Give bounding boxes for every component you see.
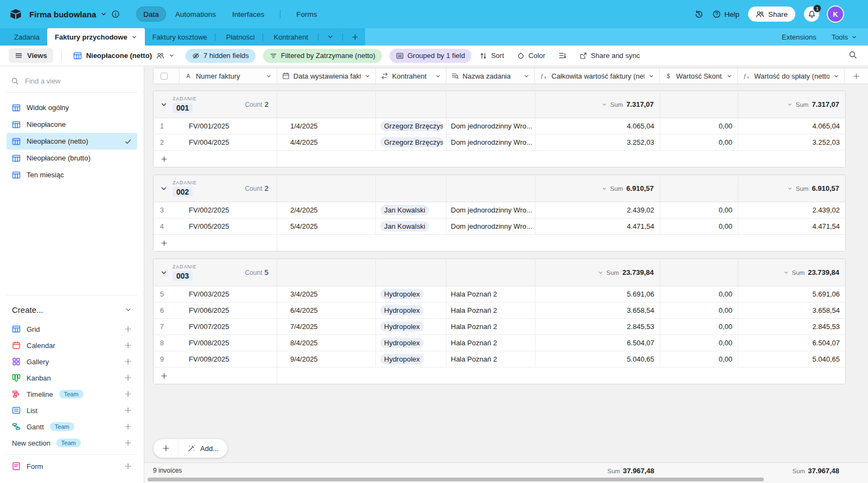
cell-discount-value[interactable]: 0,00 <box>660 202 738 218</box>
cell-amount-due[interactable]: 5.040,65 <box>738 351 845 367</box>
cell-discount-value[interactable]: 0,00 <box>660 218 738 234</box>
create-section-header[interactable]: Create... <box>7 299 137 321</box>
cell-amount-due[interactable]: 3.658,54 <box>738 302 845 318</box>
chevron-down-icon[interactable] <box>125 306 132 313</box>
airtable-logo-icon[interactable] <box>9 8 23 21</box>
cell-invoice-date[interactable]: 4/4/2025 <box>277 134 376 150</box>
plus-icon[interactable] <box>124 439 132 447</box>
sort-button[interactable]: Sort <box>475 51 509 60</box>
add-record-row[interactable] <box>154 151 845 167</box>
table-tab[interactable]: Kontrahent <box>263 28 316 46</box>
create-view-item[interactable]: New section Team <box>7 435 137 451</box>
cell-discount-value[interactable]: 0,00 <box>660 134 738 150</box>
cell-contractor[interactable]: Grzegorz Brzęczysz <box>376 134 446 150</box>
column-header[interactable]: $ Wartość Skont... <box>660 68 738 83</box>
create-view-item[interactable]: Timeline Team <box>7 386 137 402</box>
add-record-row[interactable] <box>154 235 845 251</box>
cell-contractor[interactable]: Hydropolex <box>376 286 446 302</box>
add-with-ai-button[interactable]: Add... <box>178 445 227 453</box>
filter-button[interactable]: Filtered by Zatrzymane (netto) <box>263 49 382 63</box>
column-header[interactable]: Data wystawienia faktury <box>277 68 376 83</box>
create-view-item-form[interactable]: Form <box>7 458 137 474</box>
table-row[interactable]: 9 FV/009/2025 9/4/2025 Hydropolex Hala P… <box>154 351 845 368</box>
cell-task-name[interactable]: Hala Poznań 2 <box>446 286 535 302</box>
cell-discount-value[interactable]: 0,00 <box>660 302 738 318</box>
cell-amount-due[interactable]: 5.691,06 <box>738 286 845 302</box>
plus-icon[interactable] <box>124 390 132 398</box>
cell-task-name[interactable]: Hala Poznań 2 <box>446 302 535 318</box>
table-row[interactable]: 7 FV/007/2025 7/4/2025 Hydropolex Hala P… <box>154 319 845 335</box>
cell-invoice-date[interactable]: 3/4/2025 <box>277 286 376 302</box>
topnav-item[interactable]: Automations <box>168 7 223 22</box>
cell-amount-due[interactable]: 3.252,03 <box>738 134 845 150</box>
select-all-checkbox[interactable] <box>161 73 168 80</box>
help-button[interactable]: Help <box>712 10 739 18</box>
cell-amount-due[interactable]: 4.471,54 <box>738 218 845 234</box>
base-chevron-down-icon[interactable] <box>100 11 107 17</box>
cell-total-net[interactable]: 5.040,65 <box>535 351 660 367</box>
plus-icon[interactable] <box>124 462 132 470</box>
cell-task-name[interactable]: Dom jednorodzinny Wro... <box>446 202 535 218</box>
plus-icon[interactable] <box>124 374 132 382</box>
create-view-item[interactable]: Calendar <box>7 337 137 353</box>
cell-invoice-number[interactable]: FV/009/2025 <box>180 351 277 367</box>
table-tab[interactable]: Płatności <box>215 28 263 46</box>
table-row[interactable]: 3 FV/002/2025 2/4/2025 Jan Kowalski Dom … <box>154 202 845 218</box>
add-record-cell[interactable] <box>154 151 277 167</box>
cell-discount-value[interactable]: 0,00 <box>660 118 738 134</box>
cell-task-name[interactable]: Dom jednorodzinny Wro... <box>446 118 535 134</box>
cell-contractor[interactable]: Jan Kowalski <box>376 218 446 234</box>
column-header[interactable]: fx Całkowita wartość faktury (net... <box>535 68 660 83</box>
cell-total-net[interactable]: 3.252,03 <box>535 134 660 150</box>
cell-contractor[interactable]: Hydropolex <box>376 319 446 334</box>
table-tab[interactable]: Faktury przychodowe <box>47 28 145 46</box>
search-button[interactable] <box>846 50 859 61</box>
cell-task-name[interactable]: Dom jednorodzinny Wro... <box>446 134 535 150</box>
share-sync-button[interactable]: Share and sync <box>575 51 644 60</box>
column-header[interactable]: fx Wartość do spłaty (netto) <box>738 68 845 83</box>
cell-invoice-number[interactable]: FV/002/2025 <box>180 202 277 218</box>
collapse-group-icon[interactable] <box>160 101 168 108</box>
sidebar-view-item[interactable]: Ten miesiąc <box>7 166 137 183</box>
cell-total-net[interactable]: 4.065,04 <box>535 118 660 134</box>
cell-invoice-date[interactable]: 5/4/2025 <box>277 218 376 234</box>
extensions-button[interactable]: Extensions <box>782 33 816 41</box>
chevron-down-icon[interactable] <box>131 34 137 40</box>
cell-contractor[interactable]: Hydropolex <box>376 335 446 351</box>
group-sum-due[interactable]: Sum 7.317,07 <box>738 91 845 118</box>
create-view-item[interactable]: Grid <box>7 321 137 337</box>
table-row[interactable]: 2 FV/004/2025 4/4/2025 Grzegorz Brzęczys… <box>154 134 845 151</box>
chevron-down-icon[interactable] <box>648 73 654 79</box>
color-button[interactable]: Color <box>512 51 550 60</box>
cell-discount-value[interactable]: 0,00 <box>660 319 738 334</box>
view-switcher[interactable]: Nieopłacone (netto) <box>70 51 178 60</box>
chevron-down-icon[interactable] <box>435 73 441 79</box>
plus-icon[interactable] <box>124 358 132 365</box>
add-record-cell[interactable] <box>154 235 277 251</box>
cell-invoice-date[interactable]: 8/4/2025 <box>277 335 376 351</box>
hidden-fields-button[interactable]: 7 hidden fields <box>186 49 256 63</box>
cell-invoice-number[interactable]: FV/003/2025 <box>180 286 277 302</box>
chevron-down-icon[interactable] <box>365 73 371 79</box>
collapse-group-icon[interactable] <box>160 185 168 192</box>
tools-button[interactable]: Tools <box>832 33 857 41</box>
chevron-down-icon[interactable] <box>833 73 839 79</box>
views-button[interactable]: Views <box>9 48 53 63</box>
group-sum-due[interactable]: Sum 23.739,84 <box>738 259 845 286</box>
cell-amount-due[interactable]: 4.065,04 <box>738 118 845 134</box>
base-name[interactable]: Firma budowlana <box>29 10 96 19</box>
cell-total-net[interactable]: 2.439,02 <box>535 202 660 218</box>
group-button[interactable]: Grouped by 1 field <box>390 49 471 63</box>
column-header[interactable]: Nazwa zadania <box>446 68 535 83</box>
collapse-group-icon[interactable] <box>160 269 168 276</box>
table-tab[interactable]: Zadania <box>7 28 47 46</box>
cell-invoice-number[interactable]: FV/006/2025 <box>180 302 277 318</box>
cell-invoice-date[interactable]: 9/4/2025 <box>277 351 376 367</box>
column-header[interactable]: A Numer faktury <box>180 68 277 83</box>
create-view-item[interactable]: Gantt Team <box>7 418 137 435</box>
chevron-down-icon[interactable] <box>726 73 732 79</box>
share-button[interactable]: Share <box>748 7 795 22</box>
cell-total-net[interactable]: 6.504,07 <box>535 335 660 351</box>
add-field-button[interactable] <box>845 68 868 83</box>
table-row[interactable]: 6 FV/006/2025 6/4/2025 Hydropolex Hala P… <box>154 302 845 319</box>
